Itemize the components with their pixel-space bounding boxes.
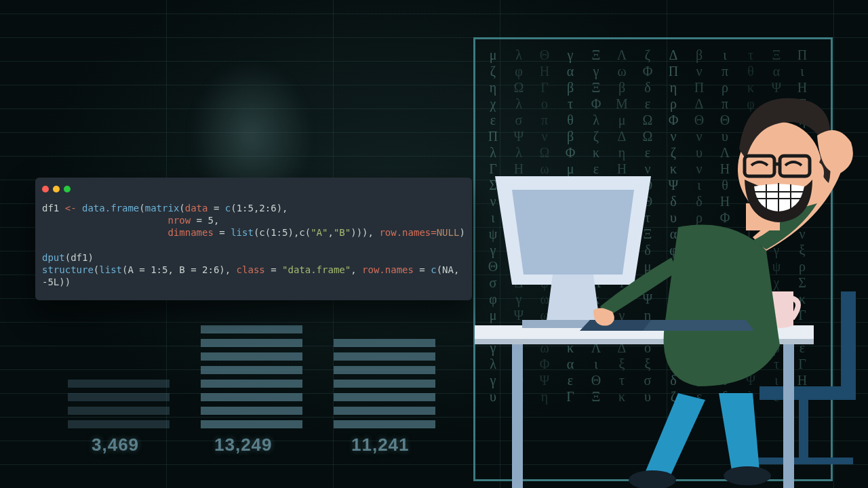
bar-3 [334, 339, 435, 428]
window-controls [42, 186, 465, 192]
bar-label-2: 13,249 [214, 434, 273, 455]
matrix-frame: μζηχεΠλΓΣνιψγΘσφμπγλγυλφΩλσΨλΗξΗδζΘΩΔγΨΛ… [473, 37, 833, 481]
bar-2 [201, 325, 302, 428]
code-block: df1 <- data.frame(matrix(data = c(1:5,2:… [42, 202, 465, 288]
bar-chart [68, 325, 435, 428]
maximize-icon[interactable] [64, 186, 71, 192]
bar-label-3: 11,241 [351, 434, 410, 455]
close-icon[interactable] [42, 186, 49, 192]
minimize-icon[interactable] [53, 186, 60, 192]
matrix-glyphs: μζηχεΠλΓΣνιψγΘσφμπγλγυλφΩλσΨλΗξΗδζΘΩΔγΨΛ… [484, 47, 823, 471]
bar-1 [68, 380, 170, 428]
bar-label-1: 3,469 [92, 434, 139, 455]
terminal-window: df1 <- data.frame(matrix(data = c(1:5,2:… [35, 178, 472, 300]
